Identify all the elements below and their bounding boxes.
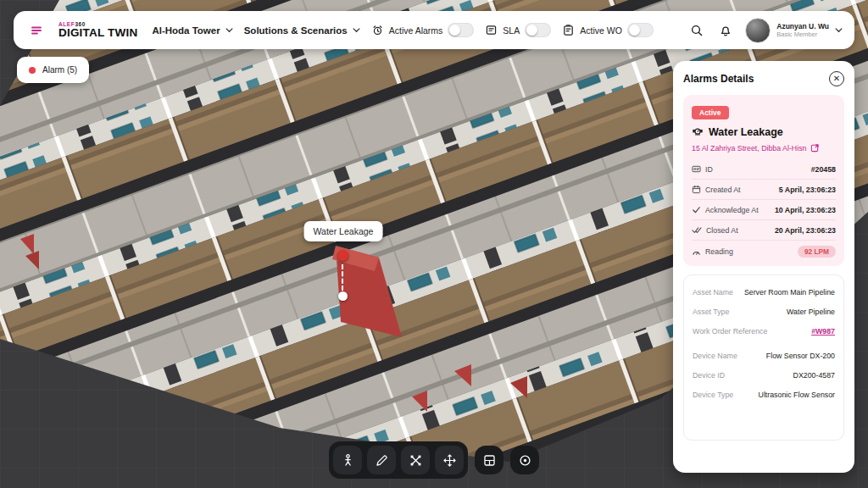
chevron-down-icon [225, 28, 233, 33]
focus-target-icon [518, 453, 532, 468]
focus-button[interactable] [510, 446, 539, 474]
asset-row: Device Type Ultrasonic Flow Sensor [693, 385, 835, 404]
edit-button[interactable] [367, 446, 396, 474]
tower-selector-label: Al-Hoda Tower [152, 25, 220, 36]
asset-label: Asset Name [693, 288, 733, 297]
sla-toggle[interactable] [525, 23, 551, 37]
asset-value: Flow Sensor DX-200 [766, 352, 835, 360]
pen-icon [375, 453, 389, 468]
alarms-details-panel: Alarms Details ✕ Active Water Leakage 15… [673, 61, 854, 473]
hamburger-icon [30, 24, 43, 37]
walk-mode-button[interactable] [333, 446, 362, 474]
search-button[interactable] [687, 21, 706, 40]
double-check-icon [692, 225, 702, 235]
wireframe-button[interactable] [401, 446, 430, 474]
alarm-row-created: Created At 5 April, 23:06:23 [692, 179, 836, 199]
asset-value: Ultrasonic Flow Sensor [759, 391, 835, 399]
app-window: Water Leakage ALEF360 DIGITAL TWIN Al-Ho… [0, 0, 868, 488]
user-name-block: Azunyan U. Wu Basic Member [776, 22, 829, 39]
sla-toggle-group: SLA [485, 23, 551, 37]
gauge-icon [692, 247, 701, 257]
marker-tooltip: Water Leakage [304, 221, 383, 241]
asset-row: Device ID DX200-4587 [693, 365, 835, 385]
solutions-selector-label: Solutions & Scenarios [244, 25, 348, 36]
asset-row: Asset Type Water Pipeline [693, 302, 835, 321]
tool-group [329, 441, 468, 479]
asset-value: DX200-4587 [793, 371, 835, 380]
close-icon[interactable]: ✕ [829, 71, 844, 86]
pin-base-dot [338, 291, 348, 301]
row-value: #20458 [811, 165, 836, 174]
bell-icon [719, 24, 732, 37]
row-label: Acknowledge At [705, 206, 759, 214]
minimap-icon [482, 453, 497, 468]
panel-title: Alarms Details [683, 73, 754, 85]
brand-logo: ALEF360 DIGITAL TWIN [58, 21, 137, 40]
check-icon [692, 205, 701, 214]
alarm-pin[interactable] [337, 250, 348, 261]
active-alarms-toggle[interactable] [448, 23, 474, 37]
row-label: Reading [705, 247, 733, 256]
active-alarms-toggle-group: Active Alarms [371, 23, 475, 37]
asset-details-card: Asset Name Server Room Main Pipeline Ass… [683, 274, 844, 441]
avatar [745, 18, 771, 43]
alarm-title-row: Water Leakage [692, 126, 836, 138]
alarm-dot-icon [29, 67, 36, 74]
alarm-row-reading: Reading 92 LPM [692, 240, 836, 263]
walk-person-icon [341, 453, 355, 468]
row-value: 5 April, 23:06:23 [779, 186, 836, 194]
work-order-icon [562, 24, 575, 36]
active-wo-toggle-group: Active WO [562, 23, 654, 37]
search-icon [690, 24, 704, 37]
row-value: 10 April, 23:06:23 [775, 206, 836, 214]
asset-value: Water Pipeline [787, 308, 835, 316]
brand-title: DIGITAL TWIN [58, 27, 137, 40]
alarm-address-link[interactable]: 15 Al Zahriya Street, Dibba Al-Hisn [692, 143, 836, 152]
pin-connector [342, 264, 343, 291]
tower-selector[interactable]: Al-Hoda Tower [152, 25, 232, 36]
move-button[interactable] [435, 446, 464, 474]
chevron-down-icon [353, 28, 360, 33]
alarm-chip-label: Alarm (5) [42, 65, 77, 75]
sla-badge-icon [485, 24, 498, 36]
water-meter-icon [692, 126, 704, 138]
active-wo-toggle[interactable] [627, 23, 654, 37]
active-alarms-label: Active Alarms [389, 25, 443, 36]
user-role: Basic Member [776, 30, 829, 38]
row-label: Closed At [706, 226, 738, 235]
chevron-down-icon [835, 28, 843, 33]
user-menu[interactable]: Azunyan U. Wu Basic Member [745, 18, 843, 43]
active-wo-label: Active WO [580, 25, 622, 36]
work-order-link[interactable]: #W987 [811, 327, 835, 336]
reading-badge: 92 LPM [798, 246, 836, 258]
notifications-button[interactable] [716, 21, 735, 40]
row-value: 20 April, 23:06:23 [775, 226, 836, 235]
asset-row: Device Name Flow Sensor DX-200 [693, 346, 835, 365]
alarm-clock-icon [371, 24, 384, 36]
alarm-row-acknowledged: Acknowledge At 10 April, 23:06:23 [692, 199, 836, 219]
row-label: Created At [705, 186, 741, 194]
asset-label: Work Order Reference [693, 327, 767, 336]
solutions-selector[interactable]: Solutions & Scenarios [244, 25, 360, 36]
menu-button[interactable] [25, 19, 47, 42]
asset-label: Device ID [693, 371, 725, 380]
user-name: Azunyan U. Wu [776, 22, 829, 31]
scene-toolbar [329, 441, 539, 479]
alarm-count-chip[interactable]: Alarm (5) [17, 57, 89, 83]
move-arrows-icon [442, 453, 457, 468]
row-label: ID [705, 165, 713, 174]
wireframe-icon [409, 453, 423, 468]
external-link-icon [810, 143, 820, 152]
minimap-button[interactable] [475, 446, 504, 474]
asset-row: Asset Name Server Room Main Pipeline [693, 282, 835, 302]
top-bar: ALEF360 DIGITAL TWIN Al-Hoda Tower Solut… [14, 11, 854, 49]
status-badge: Active [692, 106, 729, 119]
alarm-row-closed: Closed At 20 April, 23:06:23 [692, 219, 836, 240]
alarm-title: Water Leakage [709, 126, 783, 138]
asset-value: Server Room Main Pipeline [744, 288, 835, 297]
calendar-icon [692, 185, 701, 194]
sla-label: SLA [503, 25, 520, 36]
asset-row-work-order: Work Order Reference #W987 [693, 321, 835, 341]
asset-label: Asset Type [693, 308, 729, 316]
id-card-icon [692, 164, 701, 174]
